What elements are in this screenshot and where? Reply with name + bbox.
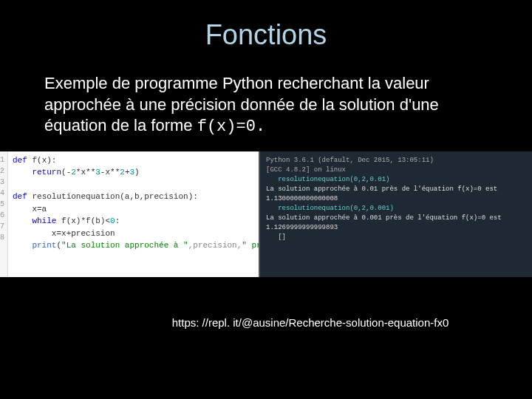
code-text: -x** <box>100 168 120 177</box>
equation-expr: f(x)=0. <box>197 117 265 136</box>
terminal-header: Python 3.6.1 (default, Dec 2015, 13:05:1… <box>266 156 526 166</box>
code-text: x=x+precision <box>52 229 115 238</box>
code-text: : <box>115 216 120 225</box>
code-text: ) <box>134 168 140 177</box>
kw: def <box>13 192 27 201</box>
fn: print <box>32 241 56 250</box>
line-num: 4 <box>0 188 4 199</box>
code-editor: 1 2 3 4 5 6 7 8 def f(x): return(-2*x**3… <box>0 151 259 277</box>
kw: while <box>32 216 56 225</box>
terminal-line: resolutionequation(0,2,0.001) <box>266 204 526 214</box>
kw: def <box>13 156 27 165</box>
num: 3 <box>95 168 100 177</box>
cursor: [] <box>278 233 286 241</box>
num: 0 <box>110 216 115 225</box>
line-num: 1 <box>0 154 4 166</box>
line-num: 6 <box>0 210 4 221</box>
terminal-call: resolutionequation(0,2,0.01) <box>278 176 389 183</box>
code-text: resolutionequation(a,b,precision): <box>27 192 198 201</box>
line-num: 7 <box>0 221 4 232</box>
line-gutter: 1 2 3 4 5 6 7 8 <box>0 151 8 277</box>
terminal-line: resolutionequation(0,2,0.01) <box>266 175 526 185</box>
line-num: 3 <box>0 177 4 188</box>
source-link: https: //repl. it/@ausine/Recherche-solu… <box>0 316 532 329</box>
code-text: f(x)*f(b)< <box>56 216 110 225</box>
line-num: 2 <box>0 166 4 177</box>
num: 2 <box>71 168 76 177</box>
terminal-header: [GCC 4.8.2] on linux <box>266 166 526 175</box>
code-text: *x** <box>76 168 95 177</box>
code-text: f(x): <box>27 156 57 165</box>
line-num: 5 <box>0 199 4 210</box>
terminal-result: La solution approchée à 0.01 près de l'é… <box>266 185 526 204</box>
code-text: (- <box>61 168 71 177</box>
terminal-call: resolutionequation(0,2,0.001) <box>278 205 394 212</box>
slide-description: Exemple de programme Python recherchant … <box>0 51 532 138</box>
terminal-output: Python 3.6.1 (default, Dec 2015, 13:05:1… <box>259 151 532 277</box>
code-text: ,precision, <box>188 241 242 250</box>
line-num: 8 <box>0 232 4 243</box>
kw: return <box>32 168 61 177</box>
prompt-icon <box>266 233 278 241</box>
slide-title: Fonctions <box>0 0 532 51</box>
terminal-cursor: [] <box>266 233 526 242</box>
code-panels: 1 2 3 4 5 6 7 8 def f(x): return(-2*x**3… <box>0 151 532 277</box>
num: 2 <box>120 168 125 177</box>
prompt-icon <box>266 205 278 212</box>
str: "La solution approchée à " <box>61 241 188 250</box>
code-text: x=a <box>32 205 47 214</box>
prompt-icon <box>266 176 278 183</box>
terminal-result: La solution approchée à 0.001 près de l'… <box>266 214 526 233</box>
